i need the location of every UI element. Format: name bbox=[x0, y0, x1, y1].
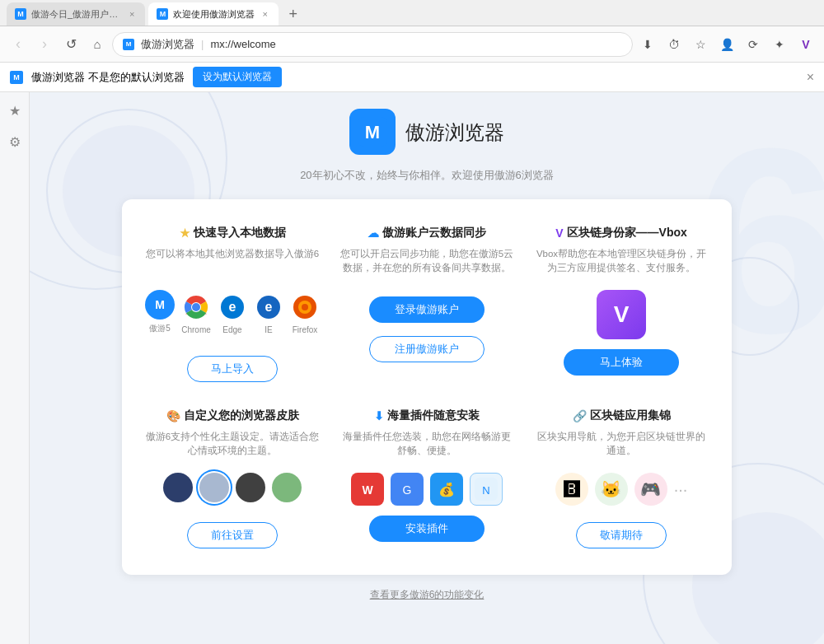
sidebar: ★ ⚙ bbox=[0, 92, 30, 644]
plugin-office: W bbox=[351, 473, 384, 506]
tab-2[interactable]: M 欢迎使用傲游浏览器 × bbox=[148, 2, 278, 26]
tab1-close[interactable]: × bbox=[127, 8, 137, 20]
tab2-close[interactable]: × bbox=[260, 8, 269, 20]
theme-dark[interactable] bbox=[236, 473, 265, 502]
address-domain: 傲游浏览器 bbox=[141, 37, 194, 52]
set-default-button[interactable]: 设为默认浏览器 bbox=[193, 67, 282, 87]
svg-text:M: M bbox=[365, 122, 380, 142]
infobar: M 傲游浏览器 不是您的默认浏览器 设为默认浏览器 × bbox=[0, 63, 824, 92]
import-title-icon: ★ bbox=[180, 226, 190, 240]
login-button[interactable]: 登录傲游账户 bbox=[369, 296, 485, 323]
theme-light-blue[interactable] bbox=[199, 473, 229, 502]
new-tab-button[interactable]: + bbox=[282, 2, 305, 26]
theme-colors bbox=[163, 473, 302, 502]
welcome-section: M 傲游浏览器 20年初心不改，始终与你相伴。欢迎使用傲游6浏览器 ★ 快速导入… bbox=[30, 92, 824, 602]
plugin-translate: G bbox=[391, 473, 424, 506]
profile-button[interactable]: 👤 bbox=[715, 33, 738, 56]
vbox-card: V 区块链身份家——Vbox Vbox帮助您在本地管理区块链身份，开为三方应用提… bbox=[531, 219, 712, 389]
plugins-card-title: ⬇ 海量插件随意安装 bbox=[374, 408, 480, 423]
install-plugins-button[interactable]: 安装插件 bbox=[369, 516, 485, 542]
plugin-icons-row: W G 💰 N bbox=[351, 473, 503, 506]
import-card: ★ 快速导入本地数据 您可以将本地其他浏览器数据导入傲游6 M 傲游5 bbox=[142, 219, 323, 389]
sync-button[interactable]: ⟳ bbox=[742, 33, 765, 56]
address-separator: | bbox=[201, 38, 204, 50]
download-button[interactable]: ⬇ bbox=[636, 33, 659, 56]
address-favicon: M bbox=[123, 39, 134, 50]
brand-title: 傲游浏览器 bbox=[405, 119, 504, 146]
plugin-other: N bbox=[470, 473, 503, 506]
brand-subtitle: 20年初心不改，始终与你相伴。欢迎使用傲游6浏览器 bbox=[300, 168, 554, 183]
import-card-desc: 您可以将本地其他浏览器数据导入傲游6 bbox=[146, 247, 319, 280]
tab2-label: 欢迎使用傲游浏览器 bbox=[173, 8, 255, 21]
svg-text:W: W bbox=[362, 483, 373, 497]
blockchain-icon-2: 🐱 bbox=[595, 473, 628, 506]
svg-text:💰: 💰 bbox=[438, 482, 455, 497]
main-content: 6 M 傲游浏览器 20年初心不改，始终与你相伴。欢迎使用傲游6浏览器 ★ 快速… bbox=[30, 92, 824, 644]
layout: ★ ⚙ 6 M 傲游浏览器 20年初心不改，始终与你相伴。欢迎使用傲游6浏览器 bbox=[0, 92, 824, 644]
tab2-favicon: M bbox=[157, 8, 168, 20]
import-button[interactable]: 马上导入 bbox=[187, 356, 278, 382]
blockchain-app-icons: 🅱 🐱 🎮 ··· bbox=[555, 473, 688, 506]
refresh-button[interactable]: ↺ bbox=[59, 33, 82, 56]
svg-text:e: e bbox=[265, 300, 273, 314]
nav-actions: ⬇ ⏱ ☆ 👤 ⟳ ✦ V bbox=[636, 33, 817, 56]
blockchain-card-title: 🔗 区块链应用集锦 bbox=[573, 408, 671, 423]
svg-text:G: G bbox=[403, 483, 412, 497]
import-browser-icons: M 傲游5 bbox=[145, 290, 320, 334]
browser-maxthon5: M 傲游5 bbox=[145, 290, 175, 334]
sidebar-favorites[interactable]: ★ bbox=[5, 100, 25, 120]
home-button[interactable]: ⌂ bbox=[86, 33, 109, 56]
blockchain-card: 🔗 区块链应用集锦 区块实用导航，为您开启区块链世界的通道。 🅱 🐱 🎮 bbox=[531, 402, 712, 555]
vbox-title-icon: V bbox=[555, 226, 563, 240]
plugin-finance: 💰 bbox=[430, 473, 463, 506]
skin-card-title: 🎨 自定义您的浏览器皮肤 bbox=[166, 408, 299, 423]
blockchain-icon-3: 🎮 bbox=[634, 473, 667, 506]
sync-card-title: ☁ 傲游账户云数据同步 bbox=[368, 226, 486, 240]
sync-card-desc: 您可以开启云同步功能，助您在傲游5云数据，并在您的所有设备间共享数据。 bbox=[339, 247, 514, 280]
back-button[interactable]: ‹ bbox=[7, 33, 30, 56]
navbar: ‹ › ↺ ⌂ M 傲游浏览器 | mx://welcome ⬇ ⏱ ☆ 👤 ⟳… bbox=[0, 26, 824, 63]
brand-logo: M bbox=[349, 109, 396, 155]
vbox-card-title: V 区块链身份家——Vbox bbox=[555, 226, 687, 240]
browser-ie: e IE bbox=[254, 292, 283, 334]
register-button[interactable]: 注册傲游账户 bbox=[369, 336, 485, 362]
tab1-label: 傲游今日_傲游用户专属 bbox=[31, 8, 122, 21]
address-url: mx://welcome bbox=[210, 38, 275, 50]
plugins-card: ⬇ 海量插件随意安装 海量插件任您选装，助您在网络畅游更舒畅、便捷。 W G 💰 bbox=[336, 402, 517, 555]
skin-card: 🎨 自定义您的浏览器皮肤 傲游6支持个性化主题设定。请选适合您心情或环境的主题。… bbox=[142, 402, 323, 555]
skin-title-icon: 🎨 bbox=[166, 409, 180, 422]
skin-settings-button[interactable]: 前往设置 bbox=[187, 522, 278, 548]
infobar-favicon: M bbox=[10, 71, 23, 84]
address-bar[interactable]: M 傲游浏览器 | mx://welcome bbox=[112, 32, 633, 57]
blockchain-icon-1: 🅱 bbox=[555, 473, 588, 506]
svg-point-10 bbox=[192, 303, 200, 311]
infobar-message: 傲游浏览器 不是您的默认浏览器 bbox=[31, 70, 185, 85]
vbox-logo: V bbox=[597, 290, 646, 339]
extensions-button[interactable]: ✦ bbox=[768, 33, 791, 56]
bookmark-button[interactable]: ☆ bbox=[689, 33, 712, 56]
plugins-card-desc: 海量插件任您选装，助您在网络畅游更舒畅、便捷。 bbox=[339, 430, 514, 463]
feature-cards: ★ 快速导入本地数据 您可以将本地其他浏览器数据导入傲游6 M 傲游5 bbox=[122, 199, 732, 575]
vbox-button[interactable]: 马上体验 bbox=[564, 349, 679, 376]
infobar-close[interactable]: × bbox=[807, 70, 814, 85]
history-button[interactable]: ⏱ bbox=[662, 33, 686, 56]
vbox-card-desc: Vbox帮助您在本地管理区块链身份，开为三方应用提供签名、支付服务。 bbox=[534, 247, 709, 280]
svg-point-17 bbox=[302, 304, 308, 310]
skin-card-desc: 傲游6支持个性化主题设定。请选适合您心情或环境的主题。 bbox=[145, 430, 320, 463]
blockchain-title-icon: 🔗 bbox=[573, 409, 587, 422]
menu-button[interactable]: V bbox=[794, 33, 817, 56]
forward-button[interactable]: › bbox=[33, 33, 56, 56]
svg-text:N: N bbox=[482, 484, 489, 497]
titlebar: M 傲游今日_傲游用户专属 × M 欢迎使用傲游浏览器 × + bbox=[0, 0, 824, 26]
theme-dark-blue[interactable] bbox=[163, 473, 193, 502]
import-card-title: ★ 快速导入本地数据 bbox=[180, 226, 286, 240]
svg-text:e: e bbox=[229, 300, 236, 314]
more-features-link[interactable]: 查看更多傲游6的功能变化 bbox=[370, 588, 485, 602]
plugins-title-icon: ⬇ bbox=[374, 409, 384, 422]
tab1-favicon: M bbox=[15, 8, 26, 20]
tab-1[interactable]: M 傲游今日_傲游用户专属 × bbox=[7, 2, 145, 26]
theme-landscape[interactable] bbox=[272, 473, 302, 502]
sidebar-settings[interactable]: ⚙ bbox=[5, 132, 25, 152]
blockchain-card-desc: 区块实用导航，为您开启区块链世界的通道。 bbox=[534, 430, 709, 463]
blockchain-coming-soon-button[interactable]: 敬请期待 bbox=[576, 522, 667, 548]
